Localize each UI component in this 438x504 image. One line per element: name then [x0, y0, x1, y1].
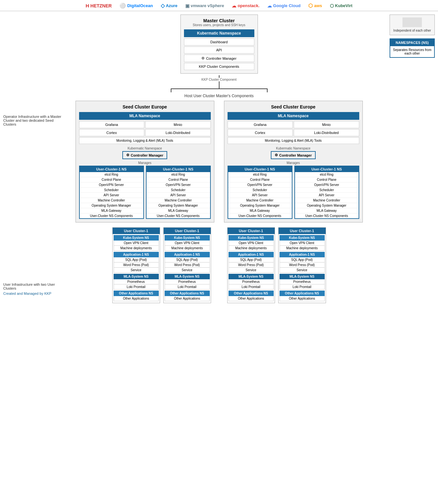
seed-2-cm-wrapper: ⚙ Controller Manager — [228, 151, 359, 159]
legend-namespaces: NAMESPACES (NS) Separates Resources from… — [390, 38, 435, 58]
uc4-sql: SQL App (Pod) — [280, 257, 325, 262]
seed-1-mla-tools: Monitoring, Logging & Alert (MLA) Tools — [79, 137, 211, 144]
uc1-title: User Cluster-1 — [113, 228, 160, 234]
seed-1-kubermatic: Kubermatic Namespace ⚙ Controller Manage… — [79, 147, 211, 159]
provider-openstack: ☁ openstack. — [232, 3, 260, 8]
seed-1-uns2-cp: Control Plane — [147, 177, 210, 182]
uc1-kube-sys-title: Kube-System NS — [114, 235, 159, 241]
seed-2-mla-tools: Monitoring, Logging & Alert (MLA) Tools — [228, 137, 359, 144]
vmware-icon: ▣ — [185, 3, 189, 8]
seed-2-manages: Manages — [228, 161, 359, 165]
provider-aws: ⬡ aws — [308, 3, 322, 9]
seed-1-kube-ns-label: Kubermatic Namespace — [79, 147, 211, 150]
aws-label: aws — [314, 3, 322, 8]
seed-2-uns2-etcd: etcd Ring — [295, 172, 359, 177]
kubevirt-icon: ⬡ — [330, 3, 334, 8]
master-cluster-title: Master Cluster — [184, 18, 254, 23]
google-icon: ☁ — [267, 3, 272, 8]
seed-2-uns2-apiserver: API Server — [295, 193, 359, 198]
seed-2-uns2-scheduler: Scheduler — [295, 188, 359, 193]
uc1-mla-title: MLA-System NS — [114, 274, 159, 279]
master-api: API — [184, 46, 254, 54]
seed-2-controller-manager: ⚙ Controller Manager — [271, 151, 316, 159]
uc2-mla-title: MLA-System NS — [165, 274, 210, 279]
uc3-prometheus: Prometheus — [229, 279, 274, 284]
kubevirt-label: KubeVirt — [335, 3, 352, 8]
aws-icon: ⬡ — [308, 3, 313, 9]
uc2-app1-title: Application-1 NS — [165, 252, 210, 257]
uc3-kube-sys-title: Kube-System NS — [229, 235, 274, 241]
uc4-machine: Machine deployments — [280, 246, 325, 251]
seed-1-controller-manager: ⚙ Controller Manager — [122, 151, 167, 159]
seed-1-uns2-title: User-Cluster-1 NS — [147, 166, 210, 172]
label-operator: Operator Infrastructure with a Master Cl… — [3, 115, 65, 126]
seed-2-user-ns-1: User-Cluster-1 NS etcd Ring Control Plan… — [228, 166, 292, 219]
master-dashboard: Dashboard — [184, 38, 254, 46]
provider-vmware: ▣ vmware vSphere — [185, 3, 224, 8]
connector-line-1 — [219, 75, 219, 78]
uc3-mla-title: MLA-System NS — [229, 274, 274, 279]
seed-2-uns2-mc: Machine Controller — [295, 198, 359, 203]
master-cluster: Master Cluster Stores users, projects an… — [180, 15, 258, 74]
seed-1-uns1-scheduler: Scheduler — [80, 188, 143, 193]
uc1-openvpn: Open VPN Client — [114, 241, 159, 246]
uc2-app1: Application-1 NS SQL App (Pod) Word Pres… — [165, 252, 210, 273]
seed-2-cortex: Cortex — [228, 129, 293, 136]
uc4-mla-title: MLA-System NS — [280, 274, 325, 279]
uc4-other: Other Applications NS Other Applications — [280, 291, 325, 301]
google-label: Google Cloud — [273, 3, 300, 8]
uc3-machine: Machine deployments — [229, 246, 274, 251]
uc4-mla-sys: MLA-System NS Prometheus Loki Promtail — [280, 274, 325, 290]
uc2-kube-sys-title: Kube-System NS — [165, 235, 210, 241]
seed-1-loki: Loki-Distributed — [145, 129, 211, 136]
provider-google: ☁ Google Cloud — [267, 3, 300, 8]
uc3-title: User Cluster-1 — [228, 228, 275, 234]
user-clusters-row: User Cluster-1 Kube-System NS Open VPN C… — [112, 227, 326, 303]
seed-cluster-1: Seed Cluster Europe MLA Namespace Grafan… — [76, 101, 214, 222]
seed-clusters-row: Seed Cluster Europe MLA Namespace Grafan… — [76, 101, 363, 222]
uc4-kube-sys: Kube-System NS Open VPN Client Machine d… — [280, 235, 325, 251]
master-cluster-subtitle: Stores users, projects and SSH keys — [184, 23, 254, 27]
seed-1-uns1-apiserver: API Server — [80, 193, 143, 198]
uc1-machine: Machine deployments — [114, 246, 159, 251]
master-controller-manager: ⚙ Controller Manager — [184, 55, 254, 62]
branch-center — [219, 84, 219, 89]
azure-label: Azure — [166, 3, 178, 8]
seed-2-uns2-osm: Operating System Manager — [295, 203, 359, 208]
branch-left — [171, 88, 171, 92]
uc4-loki: Loki Promtail — [280, 284, 325, 290]
seed-1-uns2-osm: Operating System Manager — [147, 203, 210, 208]
uc3-sql: SQL App (Pod) — [229, 257, 274, 262]
label-created-by: Created and Managed by KKP — [3, 292, 65, 295]
seed-1-uns1-mc: Machine Controller — [80, 198, 143, 203]
provider-azure: ◇ Azure — [161, 3, 178, 9]
uc4-app1-title: Application-1 NS — [280, 252, 325, 257]
uc1-prometheus: Prometheus — [114, 279, 159, 284]
user-cluster-1: User Cluster-1 Kube-System NS Open VPN C… — [112, 227, 160, 303]
seed-1-uns1-title: User-Cluster-1 NS — [80, 166, 143, 172]
seed-2-uns1-osm: Operating System Manager — [228, 203, 292, 208]
seed-1-uns2-comp: User-Cluster NS Components — [147, 213, 210, 218]
seed-2-loki: Loki-Distributed — [294, 129, 359, 136]
seed-1-user-ns-2: User-Cluster-1 NS etcd Ring Control Plan… — [146, 166, 211, 219]
uc2-machine: Machine deployments — [165, 246, 210, 251]
seed-1-uns2-etcd: etcd Ring — [147, 172, 210, 177]
uc2-loki: Loki Promtail — [165, 284, 210, 290]
kkp-connector: KKP Cluster Component — [138, 75, 300, 92]
seed-1-user-ns: User-Cluster-1 NS etcd Ring Control Plan… — [79, 166, 211, 219]
uc4-other-title: Other Applications NS — [280, 291, 325, 296]
seed-2-uns1-apiserver: API Server — [228, 193, 292, 198]
uc1-mla-sys: MLA-System NS Prometheus Loki Promtail — [114, 274, 159, 290]
seed-1-uns2-openvpn: OpenVPN Server — [147, 182, 210, 188]
digitalocean-icon: ⚪ — [119, 3, 126, 9]
seed-2-gear-icon: ⚙ — [275, 153, 278, 157]
uc1-app1-title: Application-1 NS — [114, 252, 159, 257]
uc2-prometheus: Prometheus — [165, 279, 210, 284]
uc2-other-title: Other Applications NS — [165, 291, 210, 296]
seed-cluster-2: Seed Cluster Europe MLA Namespace Grafan… — [224, 101, 363, 222]
seed-2-kubermatic: Kubermatic Namespace ⚙ Controller Manage… — [228, 147, 359, 159]
seed-1-uns2-apiserver: API Server — [147, 193, 210, 198]
branch-connector — [138, 84, 300, 92]
uc2-service: Service — [165, 268, 210, 273]
branch-horizontal — [171, 88, 268, 89]
